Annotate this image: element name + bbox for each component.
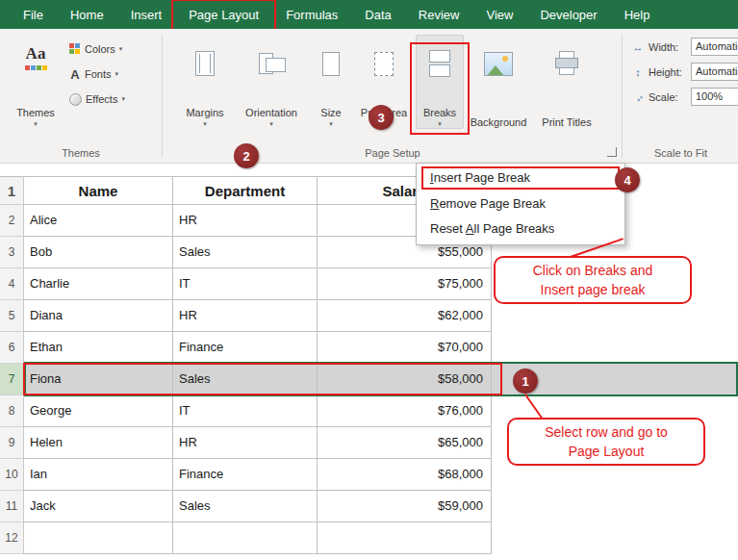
page-setup-group-label: Page Setup: [164, 147, 622, 159]
colors-button[interactable]: Colors ▾: [65, 38, 126, 60]
tab-developer[interactable]: Developer: [526, 3, 610, 27]
annotation-badge-3: 3: [369, 105, 394, 130]
effects-button[interactable]: Effects ▾: [65, 89, 129, 110]
cell-name[interactable]: [24, 522, 173, 554]
cell-salary[interactable]: $76,000: [318, 395, 492, 427]
print-titles-icon: [555, 47, 578, 80]
background-button-label: Background: [471, 116, 527, 128]
row-number[interactable]: 9: [0, 427, 24, 459]
row-number[interactable]: 3: [0, 237, 24, 268]
width-icon: ↔: [631, 41, 645, 53]
breaks-dropdown-menu: Insert Page Break Remove Page Break Rese…: [416, 163, 625, 245]
size-icon: [322, 47, 340, 80]
row-number[interactable]: 4: [0, 268, 24, 300]
chevron-down-icon: ▾: [34, 120, 38, 128]
themes-button[interactable]: Aa Themes ▾: [10, 35, 62, 129]
tab-help[interactable]: Help: [611, 3, 664, 27]
cell-department[interactable]: [173, 522, 318, 554]
chevron-down-icon: ▾: [269, 120, 273, 128]
header-cell-department[interactable]: Department: [173, 176, 318, 205]
sheet-row: 10 Ian Finance $68,000: [0, 459, 492, 491]
tab-data[interactable]: Data: [351, 3, 404, 27]
cell-department[interactable]: IT: [173, 268, 318, 300]
size-button[interactable]: Size ▾: [310, 35, 352, 129]
background-button[interactable]: Background: [466, 35, 531, 129]
cell-name[interactable]: Charlie: [24, 268, 173, 300]
callout-breaks: Click on Breaks and Insert page break: [494, 256, 692, 304]
menu-item-accesskey: A: [466, 221, 474, 236]
height-icon: ↕: [631, 66, 645, 78]
ribbon-group-page-setup: Margins ▾ Orientation ▾ Size ▾ Print Are…: [164, 29, 622, 164]
cell-salary[interactable]: $75,000: [318, 268, 492, 300]
cell-salary[interactable]: $59,000: [318, 491, 492, 522]
tab-formulas[interactable]: Formulas: [272, 3, 351, 27]
width-label: Width:: [649, 41, 687, 53]
ribbon-group-themes: Aa Themes ▾ Colors ▾ A Fonts ▾ Effects ▾: [0, 29, 162, 164]
print-titles-button[interactable]: Print Titles: [539, 35, 595, 129]
row-number[interactable]: 6: [0, 332, 24, 364]
menu-item-label: nsert Page Break: [434, 170, 530, 185]
margins-button[interactable]: Margins ▾: [177, 35, 233, 129]
callout-select-row: Select row and go to Page Layout: [507, 418, 705, 466]
menu-item-insert-page-break[interactable]: Insert Page Break: [421, 166, 620, 190]
cell-department[interactable]: HR: [173, 300, 318, 332]
tab-review[interactable]: Review: [405, 3, 473, 27]
scale-combo[interactable]: 100%: [691, 88, 738, 106]
orientation-button-label: Orientation: [245, 107, 297, 118]
cell-salary[interactable]: $62,000: [318, 300, 492, 332]
annotation-badge-1: 1: [513, 369, 538, 394]
cell-name[interactable]: Ian: [24, 459, 173, 491]
cell-name[interactable]: Diana: [24, 300, 173, 332]
themes-group-label: Themes: [0, 147, 162, 159]
header-cell-name[interactable]: Name: [24, 176, 173, 205]
cell-department[interactable]: Finance: [173, 332, 318, 364]
cell-department[interactable]: IT: [173, 395, 318, 427]
fonts-icon: A: [69, 67, 81, 82]
tab-home[interactable]: Home: [57, 3, 117, 27]
menu-item-remove-page-break[interactable]: Remove Page Break: [417, 191, 624, 216]
tab-insert[interactable]: Insert: [117, 3, 176, 27]
chevron-down-icon: ▾: [329, 120, 333, 128]
tab-file[interactable]: File: [10, 3, 57, 27]
cell-name[interactable]: Jack: [24, 491, 173, 522]
chevron-down-icon: ▾: [203, 120, 207, 128]
sheet-row: 5 Diana HR $62,000: [0, 300, 492, 332]
tab-view[interactable]: View: [472, 3, 526, 27]
sheet-row: 12: [0, 522, 492, 554]
dialog-launcher-icon[interactable]: [607, 147, 617, 157]
row-number[interactable]: 2: [0, 205, 24, 237]
cell-name[interactable]: Helen: [24, 427, 173, 459]
row-number[interactable]: 1: [0, 176, 24, 205]
cell-salary[interactable]: $70,000: [318, 332, 492, 364]
menu-item-reset-all-page-breaks[interactable]: Reset All Page Breaks: [417, 216, 624, 242]
cell-salary[interactable]: [318, 522, 492, 554]
scale-setting-row: ↔ Scale: 100%: [631, 87, 687, 108]
tab-page-layout[interactable]: Page Layout: [175, 3, 272, 27]
sheet-row: 4 Charlie IT $75,000: [0, 268, 492, 300]
cell-department[interactable]: HR: [173, 427, 318, 459]
annotation-badge-4: 4: [615, 167, 640, 192]
row-number[interactable]: 5: [0, 300, 24, 332]
height-combo[interactable]: Automatic: [691, 63, 738, 81]
cell-salary[interactable]: $68,000: [318, 459, 492, 491]
row-number[interactable]: 11: [0, 491, 24, 522]
cell-department[interactable]: HR: [173, 205, 318, 237]
row-number[interactable]: 10: [0, 459, 24, 491]
effects-button-label: Effects: [86, 93, 117, 105]
cell-salary[interactable]: $65,000: [318, 427, 492, 459]
row-number[interactable]: 7: [0, 364, 24, 395]
row-number[interactable]: 8: [0, 395, 24, 427]
width-combo[interactable]: Automatic: [691, 38, 738, 56]
cell-name[interactable]: Alice: [24, 205, 173, 237]
cell-department[interactable]: Finance: [173, 459, 318, 491]
cell-name[interactable]: Ethan: [24, 332, 173, 364]
callout-text: Click on Breaks and: [496, 261, 690, 280]
row-number[interactable]: 12: [0, 522, 24, 554]
cell-department[interactable]: Sales: [173, 237, 318, 268]
cell-name[interactable]: Bob: [24, 237, 173, 268]
cell-department[interactable]: Sales: [173, 491, 318, 522]
print-area-icon: [374, 47, 394, 80]
orientation-button[interactable]: Orientation ▾: [237, 35, 306, 129]
cell-name[interactable]: George: [24, 395, 173, 427]
fonts-button[interactable]: A Fonts ▾: [65, 64, 122, 85]
